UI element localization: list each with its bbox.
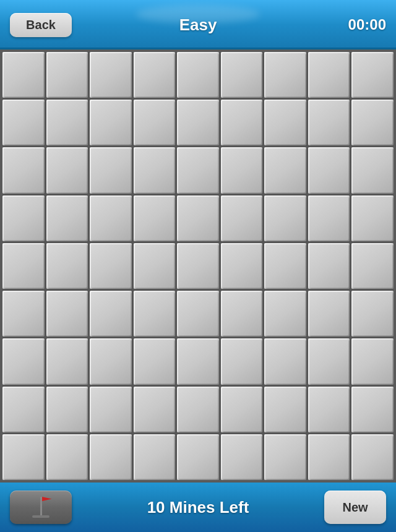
table-row[interactable] [264, 387, 306, 432]
table-row[interactable] [221, 387, 263, 432]
table-row[interactable] [351, 338, 394, 384]
table-row[interactable] [351, 387, 394, 432]
page-title: Easy [179, 15, 217, 35]
table-row[interactable] [308, 291, 350, 337]
table-row[interactable] [351, 243, 394, 289]
table-row[interactable] [134, 147, 176, 193]
table-row[interactable] [308, 100, 350, 145]
table-row[interactable] [177, 52, 219, 98]
table-row[interactable] [134, 291, 176, 337]
table-row[interactable] [308, 387, 350, 432]
table-row[interactable] [177, 243, 219, 289]
table-row[interactable] [177, 147, 219, 193]
table-row[interactable] [134, 387, 176, 432]
table-row[interactable] [90, 243, 132, 289]
table-row[interactable] [134, 100, 176, 145]
table-row[interactable] [264, 338, 306, 384]
table-row[interactable] [177, 387, 219, 432]
flag-base [32, 515, 50, 518]
table-row[interactable] [177, 338, 219, 384]
timer-display: 00:00 [324, 16, 386, 33]
table-row[interactable] [177, 100, 219, 145]
table-row[interactable] [46, 195, 88, 241]
table-row[interactable] [221, 338, 263, 384]
table-row[interactable] [177, 195, 219, 241]
header: Back Easy 00:00 [0, 0, 396, 49]
table-row[interactable] [308, 147, 350, 193]
table-row[interactable] [351, 434, 394, 480]
table-row[interactable] [221, 434, 263, 480]
flag-icon [32, 497, 50, 518]
table-row[interactable] [308, 338, 350, 384]
mines-left-label: 10 Mines Left [147, 498, 249, 517]
table-row[interactable] [264, 52, 306, 98]
table-row[interactable] [2, 243, 45, 289]
footer: 10 Mines Left New [0, 483, 396, 532]
flag-button[interactable] [10, 491, 72, 524]
table-row[interactable] [351, 52, 394, 98]
table-row[interactable] [46, 387, 88, 432]
table-row[interactable] [308, 52, 350, 98]
minesweeper-grid [2, 52, 394, 480]
flag-flag [42, 497, 52, 504]
grid-container [0, 49, 396, 483]
table-row[interactable] [221, 100, 263, 145]
table-row[interactable] [2, 52, 45, 98]
table-row[interactable] [46, 52, 88, 98]
table-row[interactable] [90, 195, 132, 241]
table-row[interactable] [90, 338, 132, 384]
table-row[interactable] [177, 291, 219, 337]
table-row[interactable] [221, 147, 263, 193]
table-row[interactable] [90, 147, 132, 193]
table-row[interactable] [2, 195, 45, 241]
table-row[interactable] [46, 243, 88, 289]
table-row[interactable] [264, 434, 306, 480]
table-row[interactable] [221, 291, 263, 337]
table-row[interactable] [46, 338, 88, 384]
table-row[interactable] [90, 291, 132, 337]
table-row[interactable] [221, 52, 263, 98]
table-row[interactable] [351, 291, 394, 337]
table-row[interactable] [46, 434, 88, 480]
table-row[interactable] [221, 243, 263, 289]
table-row[interactable] [264, 100, 306, 145]
table-row[interactable] [134, 434, 176, 480]
back-button[interactable]: Back [10, 13, 72, 37]
table-row[interactable] [2, 338, 45, 384]
table-row[interactable] [46, 147, 88, 193]
table-row[interactable] [90, 434, 132, 480]
table-row[interactable] [90, 387, 132, 432]
table-row[interactable] [90, 100, 132, 145]
table-row[interactable] [264, 147, 306, 193]
table-row[interactable] [134, 195, 176, 241]
table-row[interactable] [2, 291, 45, 337]
table-row[interactable] [2, 387, 45, 432]
table-row[interactable] [351, 100, 394, 145]
table-row[interactable] [134, 338, 176, 384]
table-row[interactable] [2, 434, 45, 480]
table-row[interactable] [264, 291, 306, 337]
table-row[interactable] [46, 291, 88, 337]
table-row[interactable] [134, 243, 176, 289]
flag-pole [40, 497, 42, 515]
table-row[interactable] [46, 100, 88, 145]
table-row[interactable] [351, 195, 394, 241]
table-row[interactable] [2, 100, 45, 145]
table-row[interactable] [2, 147, 45, 193]
table-row[interactable] [221, 195, 263, 241]
table-row[interactable] [264, 195, 306, 241]
table-row[interactable] [90, 52, 132, 98]
table-row[interactable] [308, 434, 350, 480]
table-row[interactable] [308, 243, 350, 289]
new-game-button[interactable]: New [324, 491, 386, 524]
table-row[interactable] [264, 243, 306, 289]
table-row[interactable] [308, 195, 350, 241]
table-row[interactable] [134, 52, 176, 98]
table-row[interactable] [177, 434, 219, 480]
table-row[interactable] [351, 147, 394, 193]
